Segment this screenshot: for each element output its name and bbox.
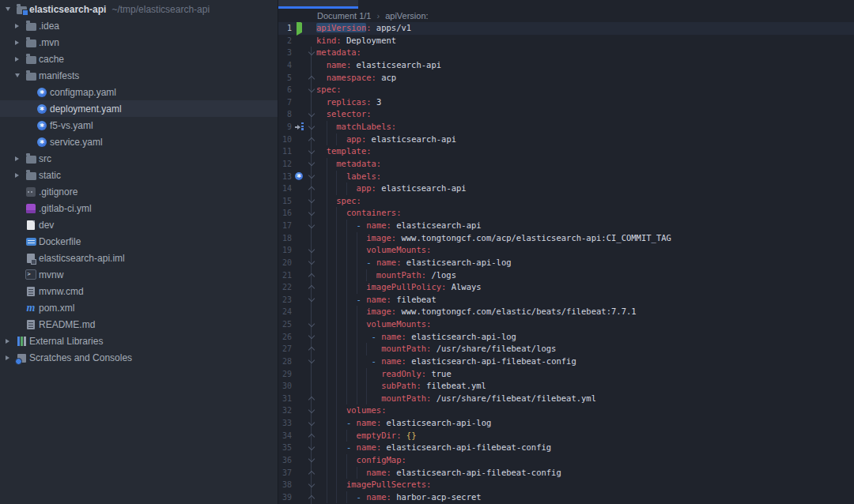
code-line-1[interactable]: 1apiVersion: apps/v1: [278, 22, 854, 35]
breadcrumb-item[interactable]: apiVersion:: [385, 11, 428, 21]
line-number[interactable]: 22: [278, 281, 292, 294]
line-number[interactable]: 34: [278, 430, 292, 442]
fold-toggle[interactable]: [306, 331, 316, 344]
code-line-36[interactable]: 36 configMap:: [278, 454, 854, 467]
fold-toggle[interactable]: [306, 232, 316, 245]
code-line-37[interactable]: 37 name: elasticsearch-api-filebeat-conf…: [278, 467, 854, 480]
fold-toggle[interactable]: [306, 220, 316, 232]
code-line-11[interactable]: 11 template:: [278, 145, 854, 158]
line-number[interactable]: 27: [278, 343, 292, 355]
code-line-29[interactable]: 29 readOnly: true: [278, 368, 854, 381]
line-number[interactable]: 16: [278, 207, 292, 220]
tree-item-manifests[interactable]: manifests: [0, 67, 278, 84]
fold-toggle[interactable]: [306, 380, 316, 393]
fold-toggle[interactable]: [306, 171, 316, 183]
editor-tab-active[interactable]: [278, 0, 358, 9]
fold-toggle[interactable]: [306, 59, 316, 72]
tree-item-src[interactable]: src: [0, 150, 278, 167]
code-line-4[interactable]: 4 name: elasticsearch-api: [278, 59, 854, 72]
code-line-22[interactable]: 22 imagePullPolicy: Always: [278, 281, 854, 294]
fold-toggle[interactable]: [306, 491, 316, 504]
line-number[interactable]: 20: [278, 257, 292, 269]
code-line-9[interactable]: 9 matchLabels:: [278, 121, 854, 134]
fold-toggle[interactable]: [306, 368, 316, 381]
line-number[interactable]: 26: [278, 331, 292, 344]
fold-toggle[interactable]: [306, 306, 316, 318]
code-line-18[interactable]: 18 image: www.tongtongcf.com/acp/elastic…: [278, 232, 854, 245]
code-line-25[interactable]: 25 volumeMounts:: [278, 318, 854, 331]
tree-item-readme-md[interactable]: README.md: [0, 316, 278, 333]
fold-toggle[interactable]: [306, 430, 316, 442]
line-number[interactable]: 35: [278, 442, 292, 454]
fold-toggle[interactable]: [306, 145, 316, 158]
expand-arrow-icon[interactable]: [15, 73, 25, 77]
tree-item-mvnw-cmd[interactable]: mvnw.cmd: [0, 283, 278, 299]
line-number[interactable]: 38: [278, 479, 292, 491]
line-number[interactable]: 25: [278, 318, 292, 331]
code-line-12[interactable]: 12 metadata:: [278, 158, 854, 171]
expand-arrow-icon[interactable]: [15, 24, 25, 28]
line-number[interactable]: 39: [278, 491, 292, 504]
navigate-to-labels-icon[interactable]: [295, 122, 304, 131]
fold-toggle[interactable]: [306, 84, 316, 96]
fold-toggle[interactable]: [306, 294, 316, 307]
tree-item-mvn[interactable]: .mvn: [0, 34, 278, 51]
code-line-6[interactable]: 6spec:: [278, 84, 854, 96]
line-number[interactable]: 15: [278, 195, 292, 208]
fold-toggle[interactable]: [306, 257, 316, 269]
fold-toggle[interactable]: [306, 343, 316, 355]
code-line-21[interactable]: 21 mountPath: /logs: [278, 269, 854, 282]
code-line-8[interactable]: 8 selector:: [278, 108, 854, 121]
fold-toggle[interactable]: [306, 108, 316, 121]
code-line-31[interactable]: 31 mountPath: /usr/share/filebeat/filebe…: [278, 393, 854, 405]
code-area[interactable]: 1apiVersion: apps/v12kind: Deployment3me…: [278, 22, 854, 504]
line-number[interactable]: 4: [278, 59, 292, 72]
tree-item-elasticsearch-api-iml[interactable]: elasticsearch-api.iml: [0, 250, 278, 266]
tree-item-scratches-and-consoles[interactable]: Scratches and Consoles: [0, 349, 278, 366]
tree-item-dockerfile[interactable]: Dockerfile: [0, 233, 278, 250]
line-number[interactable]: 33: [278, 417, 292, 430]
line-number[interactable]: 9: [278, 121, 292, 134]
code-line-3[interactable]: 3metadata:: [278, 47, 854, 59]
fold-toggle[interactable]: [306, 281, 316, 294]
fold-toggle[interactable]: [306, 244, 316, 257]
tree-item-configmap-yaml[interactable]: configmap.yaml: [0, 84, 278, 100]
line-number[interactable]: 37: [278, 467, 292, 480]
tree-item-external-libraries[interactable]: External Libraries: [0, 333, 278, 349]
fold-toggle[interactable]: [306, 47, 316, 59]
line-number[interactable]: 10: [278, 134, 292, 146]
line-number[interactable]: 18: [278, 232, 292, 245]
code-line-20[interactable]: 20 - name: elasticsearch-api-log: [278, 257, 854, 269]
fold-toggle[interactable]: [306, 404, 316, 417]
fold-toggle[interactable]: [306, 318, 316, 331]
expand-arrow-icon[interactable]: [6, 339, 15, 344]
fold-toggle[interactable]: [306, 393, 316, 405]
code-line-27[interactable]: 27 mountPath: /usr/share/filebeat/logs: [278, 343, 854, 355]
code-line-28[interactable]: 28 - name: elasticsearch-api-filebeat-co…: [278, 355, 854, 368]
expand-arrow-icon[interactable]: [6, 355, 15, 360]
line-number[interactable]: 14: [278, 182, 292, 195]
breadcrumb-item[interactable]: Document 1/1: [317, 11, 371, 21]
fold-toggle[interactable]: [306, 22, 316, 35]
tree-item-gitignore[interactable]: .gitignore: [0, 183, 278, 200]
line-number[interactable]: 11: [278, 145, 292, 158]
fold-toggle[interactable]: [306, 454, 316, 467]
tree-item-gitlab-ci-yml[interactable]: .gitlab-ci.yml: [0, 200, 278, 216]
tree-item-pom-xml[interactable]: mpom.xml: [0, 299, 278, 316]
code-line-5[interactable]: 5 namespace: acp: [278, 72, 854, 85]
code-line-7[interactable]: 7 replicas: 3: [278, 96, 854, 109]
fold-toggle[interactable]: [306, 269, 316, 282]
tree-item-cache[interactable]: cache: [0, 51, 278, 67]
tree-item-dev[interactable]: dev: [0, 216, 278, 233]
code-line-38[interactable]: 38 imagePullSecrets:: [278, 479, 854, 491]
line-number[interactable]: 21: [278, 269, 292, 282]
fold-toggle[interactable]: [306, 158, 316, 171]
fold-toggle[interactable]: [306, 134, 316, 146]
fold-toggle[interactable]: [306, 35, 316, 47]
line-number[interactable]: 28: [278, 355, 292, 368]
code-line-16[interactable]: 16 containers:: [278, 207, 854, 220]
line-number[interactable]: 7: [278, 96, 292, 109]
line-number[interactable]: 12: [278, 158, 292, 171]
tree-item-idea[interactable]: .idea: [0, 17, 278, 34]
code-line-35[interactable]: 35 - name: elasticsearch-api-filebeat-co…: [278, 442, 854, 454]
